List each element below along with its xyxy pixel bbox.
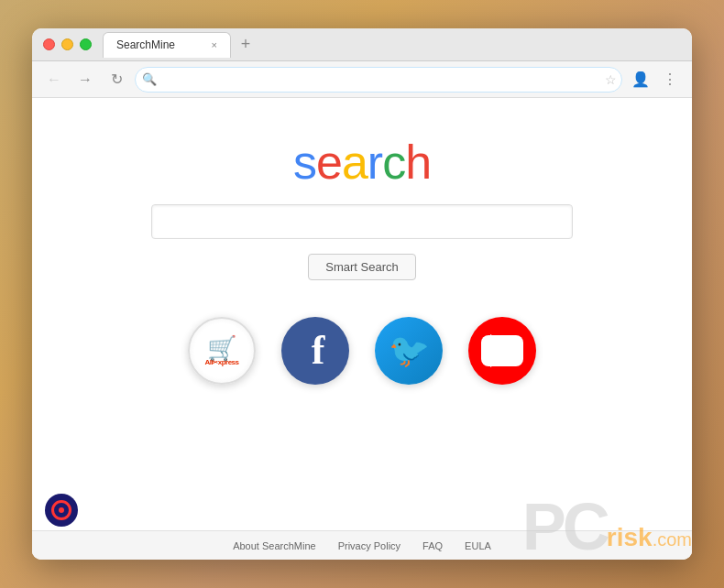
- logo-r: r: [367, 136, 382, 189]
- address-bar-wrap: 🔍 ☆: [135, 67, 622, 93]
- tab-bar: SearchMine × +: [103, 32, 681, 58]
- youtube-play-icon: [490, 334, 520, 367]
- close-button[interactable]: [43, 38, 55, 50]
- nav-right-buttons: 👤 ⋮: [628, 67, 683, 93]
- logo-h: h: [405, 136, 431, 189]
- footer-faq[interactable]: FAQ: [422, 540, 443, 551]
- active-tab[interactable]: SearchMine ×: [103, 32, 231, 58]
- footer-eula[interactable]: EULA: [465, 540, 491, 551]
- menu-button[interactable]: ⋮: [657, 67, 683, 93]
- address-input[interactable]: [135, 67, 622, 93]
- logo-c: c: [382, 136, 405, 189]
- pcrisk-dot: [59, 507, 64, 513]
- forward-button[interactable]: →: [72, 67, 98, 93]
- maximize-button[interactable]: [80, 38, 92, 50]
- search-input[interactable]: [151, 204, 573, 239]
- title-bar: SearchMine × +: [32, 28, 692, 61]
- search-icon: 🔍: [142, 72, 157, 86]
- pcrisk-icon-inner: [51, 500, 71, 520]
- youtube-shortcut[interactable]: [468, 317, 536, 385]
- back-button[interactable]: ←: [41, 67, 67, 93]
- bookmark-button[interactable]: ☆: [605, 72, 617, 87]
- user-button[interactable]: 👤: [628, 67, 653, 93]
- facebook-f-icon: f: [306, 331, 325, 371]
- tab-title: SearchMine: [116, 38, 175, 51]
- smart-search-button[interactable]: Smart Search: [308, 254, 415, 280]
- page-content: search Smart Search 🛒 Ali✂xpress f 🐦: [32, 98, 692, 560]
- pcrisk-icon: [45, 494, 78, 527]
- footer-privacy[interactable]: Privacy Policy: [338, 540, 400, 551]
- watermark-pc: PC: [522, 494, 607, 560]
- watermark-com: .com: [653, 529, 692, 550]
- footer-about[interactable]: About SearchMine: [233, 540, 316, 551]
- facebook-shortcut[interactable]: f: [281, 317, 349, 385]
- search-logo: search: [293, 135, 431, 190]
- watermark: PC risk .com: [522, 494, 692, 560]
- shortcuts-row: 🛒 Ali✂xpress f 🐦: [188, 317, 536, 385]
- search-input-wrap: [151, 204, 573, 239]
- reload-button[interactable]: ↻: [104, 67, 129, 93]
- watermark-risk: risk: [607, 523, 653, 552]
- new-tab-button[interactable]: +: [235, 34, 257, 56]
- twitter-bird-icon: 🐦: [389, 332, 430, 370]
- logo-s: s: [293, 136, 316, 189]
- nav-bar: ← → ↻ 🔍 ☆ 👤 ⋮: [32, 61, 692, 98]
- traffic-lights: [43, 38, 92, 50]
- pcrisk-badge: [45, 494, 78, 527]
- aliexpress-shortcut[interactable]: 🛒 Ali✂xpress: [188, 317, 256, 385]
- aliexpress-label: Ali✂xpress: [204, 358, 238, 366]
- logo-e: e: [316, 136, 342, 189]
- minimize-button[interactable]: [61, 38, 73, 50]
- tab-close-icon[interactable]: ×: [212, 39, 217, 50]
- aliexpress-cart-icon: 🛒: [207, 336, 236, 360]
- twitter-shortcut[interactable]: 🐦: [375, 317, 443, 385]
- logo-a: a: [342, 136, 367, 189]
- youtube-play-bg: [481, 335, 523, 366]
- browser-window: SearchMine × + ← → ↻ 🔍 ☆ 👤 ⋮ search: [32, 28, 692, 560]
